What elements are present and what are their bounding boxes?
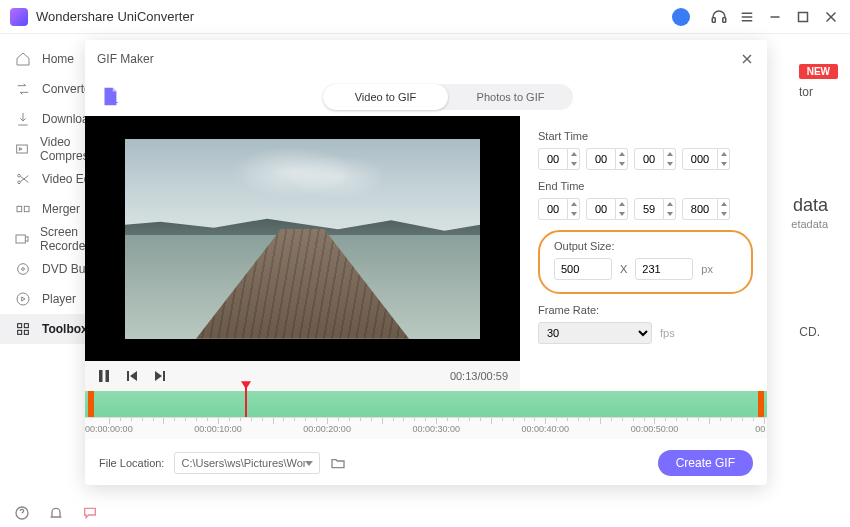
- frame-rate-select[interactable]: 30: [538, 322, 652, 344]
- svg-rect-1: [723, 17, 726, 22]
- dialog-title: GIF Maker: [97, 52, 154, 66]
- playback-controls: 00:13/00:59: [85, 361, 520, 391]
- bg-text-cd: CD.: [799, 325, 820, 339]
- chevron-down-icon: [305, 457, 313, 469]
- background-panel: NEW tor data etadata CD.: [778, 50, 838, 492]
- frame-rate-label: Frame Rate:: [538, 304, 753, 316]
- spinner-arrows[interactable]: [718, 148, 730, 170]
- help-icon[interactable]: [14, 505, 30, 521]
- tab-photos-to-gif[interactable]: Photos to GIF: [448, 84, 573, 110]
- playhead[interactable]: [245, 383, 247, 417]
- end-millis-input[interactable]: [682, 198, 718, 220]
- tl-label: 00:00:20:00: [303, 424, 351, 434]
- output-size-group: Output Size: X px: [538, 230, 753, 294]
- output-size-label: Output Size:: [554, 240, 737, 252]
- pause-button[interactable]: [97, 369, 111, 383]
- scissors-icon: [14, 170, 32, 188]
- file-location-dropdown[interactable]: C:\Users\ws\Pictures\Wonders: [174, 452, 320, 474]
- tl-label: 00: [755, 424, 765, 434]
- close-dialog-button[interactable]: [739, 51, 755, 67]
- svg-rect-19: [24, 324, 28, 328]
- bg-text-tor: tor: [799, 85, 813, 99]
- output-height-input[interactable]: [635, 258, 693, 280]
- svg-point-16: [22, 268, 25, 271]
- bell-icon[interactable]: [48, 505, 64, 521]
- prev-frame-button[interactable]: [125, 369, 139, 383]
- home-icon: [14, 50, 32, 68]
- video-preview[interactable]: [85, 116, 520, 361]
- sidebar-item-label: Player: [42, 292, 76, 306]
- svg-rect-18: [18, 324, 22, 328]
- tl-label: 00:00:50:00: [631, 424, 679, 434]
- svg-rect-29: [163, 371, 165, 381]
- start-time-label: Start Time: [538, 130, 753, 142]
- dialog-header: GIF Maker: [85, 40, 767, 77]
- output-width-input[interactable]: [554, 258, 612, 280]
- spinner-arrows[interactable]: [616, 198, 628, 220]
- timeline: 00:00:00:00 00:00:10:00 00:00:20:00 00:0…: [85, 391, 767, 442]
- end-time-row: [538, 198, 753, 220]
- playback-time: 00:13/00:59: [450, 370, 508, 382]
- titlebar: Wondershare UniConverter: [0, 0, 850, 34]
- spinner-arrows[interactable]: [664, 148, 676, 170]
- trim-start-handle[interactable]: [88, 391, 94, 417]
- close-window-button[interactable]: [822, 8, 840, 26]
- end-hours-input[interactable]: [538, 198, 568, 220]
- disc-icon: [14, 260, 32, 278]
- tab-video-to-gif[interactable]: Video to GIF: [323, 84, 448, 110]
- svg-rect-26: [99, 370, 103, 382]
- svg-rect-0: [712, 17, 715, 22]
- compress-icon: [14, 140, 30, 158]
- end-seconds-input[interactable]: [634, 198, 664, 220]
- trim-end-handle[interactable]: [758, 391, 764, 417]
- spinner-arrows[interactable]: [616, 148, 628, 170]
- svg-rect-21: [24, 330, 28, 334]
- svg-point-15: [18, 264, 29, 275]
- bottom-bar: [0, 499, 98, 527]
- svg-point-10: [18, 174, 21, 177]
- start-minutes-input[interactable]: [586, 148, 616, 170]
- spinner-arrows[interactable]: [718, 198, 730, 220]
- output-x-separator: X: [620, 263, 627, 275]
- play-icon: [14, 290, 32, 308]
- record-icon: [14, 230, 30, 248]
- grid-icon: [14, 320, 32, 338]
- spinner-arrows[interactable]: [568, 198, 580, 220]
- spinner-arrows[interactable]: [568, 148, 580, 170]
- user-avatar-icon[interactable]: [672, 8, 690, 26]
- sidebar-item-label: Merger: [42, 202, 80, 216]
- svg-rect-13: [24, 206, 29, 211]
- timeline-track[interactable]: [85, 391, 767, 417]
- maximize-button[interactable]: [794, 8, 812, 26]
- next-frame-button[interactable]: [153, 369, 167, 383]
- svg-rect-14: [16, 235, 25, 243]
- tl-label: 00:00:30:00: [412, 424, 460, 434]
- preview-column: 00:13/00:59: [85, 116, 520, 391]
- tl-label: 00:00:00:00: [85, 424, 133, 434]
- new-badge: NEW: [799, 64, 838, 79]
- download-icon: [14, 110, 32, 128]
- end-minutes-input[interactable]: [586, 198, 616, 220]
- minimize-button[interactable]: [766, 8, 784, 26]
- app-title: Wondershare UniConverter: [36, 9, 194, 24]
- timeline-ruler: 00:00:00:00 00:00:10:00 00:00:20:00 00:0…: [85, 417, 767, 439]
- file-path-text: C:\Users\ws\Pictures\Wonders: [181, 457, 305, 469]
- menu-icon[interactable]: [738, 8, 756, 26]
- feedback-icon[interactable]: [82, 505, 98, 521]
- svg-rect-20: [18, 330, 22, 334]
- video-thumbnail: [125, 139, 480, 339]
- bg-text-data: data: [793, 195, 828, 216]
- gif-maker-dialog: GIF Maker + Video to GIF Photos to GIF 0…: [85, 40, 767, 485]
- headset-icon[interactable]: [710, 8, 728, 26]
- start-seconds-input[interactable]: [634, 148, 664, 170]
- sidebar-item-label: Home: [42, 52, 74, 66]
- spinner-arrows[interactable]: [664, 198, 676, 220]
- create-gif-button[interactable]: Create GIF: [658, 450, 753, 476]
- start-hours-input[interactable]: [538, 148, 568, 170]
- svg-point-11: [18, 181, 21, 184]
- converter-icon: [14, 80, 32, 98]
- svg-rect-27: [106, 370, 110, 382]
- add-file-button[interactable]: +: [99, 86, 121, 108]
- open-folder-button[interactable]: [330, 455, 346, 471]
- start-millis-input[interactable]: [682, 148, 718, 170]
